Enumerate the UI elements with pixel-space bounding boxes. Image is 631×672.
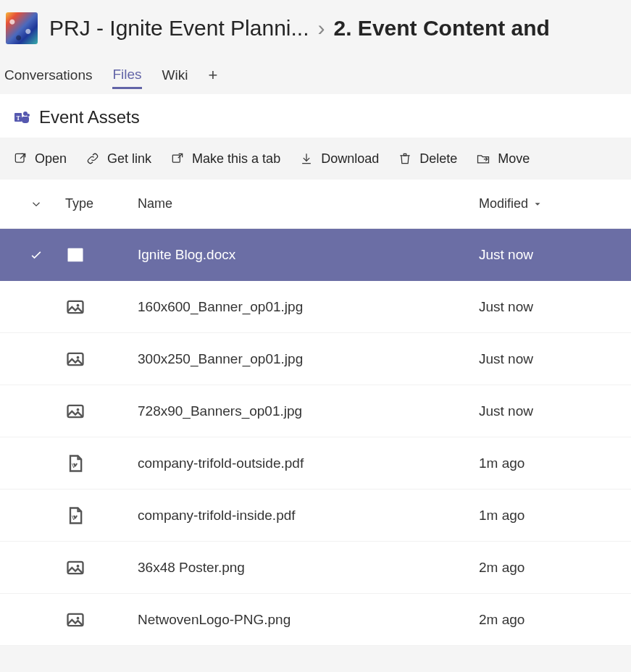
file-type-icon: W: [65, 245, 138, 265]
tab-conversations[interactable]: Conversations: [4, 63, 92, 88]
file-name[interactable]: NetwovenLogo-PNG.png: [138, 612, 479, 628]
file-name[interactable]: company-trifold-inside.pdf: [138, 508, 479, 524]
column-name[interactable]: Name: [138, 196, 479, 211]
svg-point-20: [77, 564, 80, 567]
pdf-icon: ᐯ: [65, 453, 85, 474]
link-icon: [85, 151, 100, 166]
row-select[interactable]: [7, 248, 65, 262]
svg-text:W: W: [70, 251, 78, 259]
svg-point-12: [77, 303, 80, 306]
add-tab-button[interactable]: +: [208, 66, 217, 85]
file-modified: 2m ago: [479, 612, 624, 628]
file-modified: Just now: [479, 247, 624, 263]
download-button[interactable]: Download: [299, 151, 379, 167]
file-row[interactable]: ᐯ company-trifold-inside.pdf1m ago: [0, 490, 631, 542]
download-icon: [299, 151, 314, 166]
sort-desc-icon: [532, 199, 543, 209]
file-list: W Ignite Blog.docxJust now 160x600_Banne…: [0, 229, 631, 646]
delete-label: Delete: [419, 151, 457, 167]
files-panel: T Event Assets Open Get link Make this a…: [0, 94, 631, 646]
file-type-icon: [65, 401, 138, 421]
trash-icon: [398, 151, 412, 166]
column-modified-label: Modified: [479, 196, 528, 211]
open-icon: [13, 151, 28, 166]
file-row[interactable]: 728x90_Banners_op01.jpgJust now: [0, 385, 631, 437]
svg-point-2: [27, 114, 30, 117]
breadcrumb-separator: ›: [318, 16, 325, 41]
select-all-toggle[interactable]: [7, 198, 65, 211]
file-type-icon: [65, 297, 138, 317]
file-modified: Just now: [479, 299, 624, 315]
file-row[interactable]: ᐯ company-trifold-outside.pdf1m ago: [0, 437, 631, 490]
file-name[interactable]: company-trifold-outside.pdf: [138, 455, 479, 471]
file-row[interactable]: NetwovenLogo-PNG.png2m ago: [0, 594, 631, 646]
file-type-icon: [65, 558, 138, 578]
svg-rect-7: [77, 251, 82, 252]
svg-rect-5: [172, 155, 180, 162]
download-label: Download: [321, 151, 379, 167]
folder-title: Event Assets: [39, 107, 140, 127]
image-icon: [65, 349, 85, 369]
image-icon: [65, 401, 85, 421]
file-modified: Just now: [479, 351, 624, 367]
move-label: Move: [498, 151, 530, 167]
open-label: Open: [35, 151, 67, 167]
svg-rect-4: [15, 154, 24, 162]
file-row[interactable]: 160x600_Banner_op01.jpgJust now: [0, 281, 631, 333]
file-name[interactable]: 728x90_Banners_op01.jpg: [138, 403, 479, 419]
make-tab-label: Make this a tab: [192, 151, 280, 167]
file-toolbar: Open Get link Make this a tab Download D…: [0, 138, 631, 180]
move-icon: [476, 151, 490, 166]
make-tab-button[interactable]: Make this a tab: [170, 151, 280, 167]
teams-icon: T: [13, 109, 30, 126]
file-modified: 2m ago: [479, 560, 624, 576]
word-icon: W: [65, 245, 85, 265]
file-type-icon: [65, 610, 138, 630]
file-type-icon: ᐯ: [65, 505, 138, 526]
pdf-icon: ᐯ: [65, 505, 85, 526]
svg-point-16: [77, 408, 80, 411]
breadcrumb-team[interactable]: PRJ - Ignite Event Planni...: [49, 16, 309, 41]
svg-rect-8: [77, 253, 82, 255]
svg-point-14: [77, 356, 80, 358]
folder-title-row: T Event Assets: [0, 94, 631, 138]
svg-text:T: T: [17, 115, 21, 122]
channel-header: PRJ - Ignite Event Planni... › 2. Event …: [0, 0, 631, 56]
column-modified[interactable]: Modified: [479, 196, 624, 211]
breadcrumb-channel[interactable]: 2. Event Content and: [334, 16, 550, 41]
file-row[interactable]: 36x48 Poster.png2m ago: [0, 542, 631, 594]
file-name[interactable]: 36x48 Poster.png: [138, 560, 479, 576]
column-type[interactable]: Type: [65, 196, 138, 211]
svg-point-22: [77, 616, 80, 619]
delete-button[interactable]: Delete: [398, 151, 457, 167]
file-modified: 1m ago: [479, 455, 624, 471]
svg-rect-9: [77, 257, 82, 259]
file-modified: 1m ago: [479, 508, 624, 524]
breadcrumb: PRJ - Ignite Event Planni... › 2. Event …: [49, 16, 550, 41]
chevron-down-icon: [30, 198, 43, 211]
file-row[interactable]: 300x250_Banner_op01.jpgJust now: [0, 333, 631, 385]
external-icon: [170, 151, 185, 166]
get-link-label: Get link: [107, 151, 151, 167]
file-row[interactable]: W Ignite Blog.docxJust now: [0, 229, 631, 281]
check-icon: [29, 248, 43, 262]
tab-wiki[interactable]: Wiki: [162, 63, 188, 88]
channel-tabs: Conversations Files Wiki +: [0, 56, 631, 94]
file-name[interactable]: 300x250_Banner_op01.jpg: [138, 351, 479, 367]
image-icon: [65, 297, 85, 317]
file-name[interactable]: Ignite Blog.docx: [138, 247, 479, 263]
move-button[interactable]: Move: [476, 151, 530, 167]
file-type-icon: ᐯ: [65, 453, 138, 474]
image-icon: [65, 558, 85, 578]
file-name[interactable]: 160x600_Banner_op01.jpg: [138, 299, 479, 315]
column-header-row: Type Name Modified: [0, 180, 631, 229]
file-type-icon: [65, 349, 138, 369]
get-link-button[interactable]: Get link: [85, 151, 151, 167]
image-icon: [65, 610, 85, 630]
open-button[interactable]: Open: [13, 151, 67, 167]
team-avatar[interactable]: [6, 12, 38, 44]
file-modified: Just now: [479, 403, 624, 419]
tab-files[interactable]: Files: [112, 62, 141, 89]
